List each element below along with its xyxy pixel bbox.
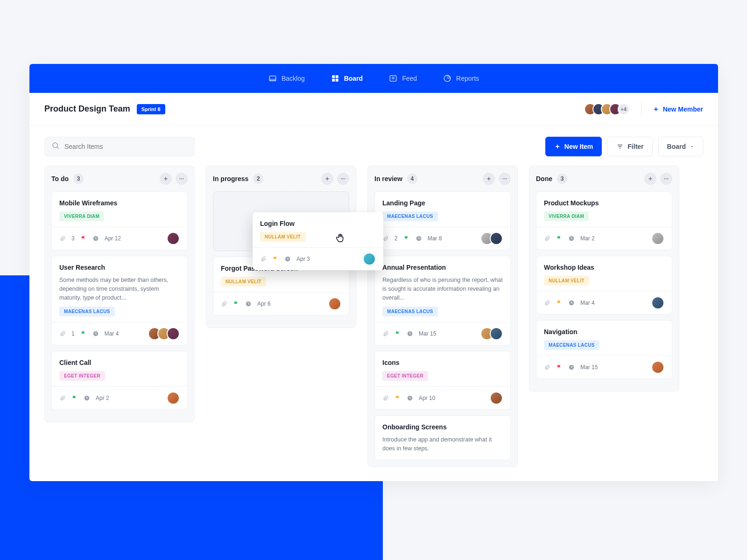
column-menu-button[interactable] (660, 173, 672, 185)
nav-backlog[interactable]: Backlog (268, 74, 305, 83)
nav-board[interactable]: Board (331, 74, 363, 83)
svg-point-30 (343, 178, 344, 179)
clock-icon (92, 330, 99, 337)
flag-icon (395, 395, 401, 401)
avatar[interactable] (651, 296, 664, 309)
card-onboarding[interactable]: Onboarding Screens Introduce the app and… (374, 415, 511, 460)
flag-icon (395, 330, 401, 337)
column-add-button[interactable] (644, 173, 656, 185)
attachment-icon (221, 301, 227, 307)
filter-button[interactable]: Filter (607, 137, 652, 156)
card-description: Some methods may be better than others, … (59, 276, 180, 302)
column-count: 3 (557, 174, 567, 184)
svg-point-36 (504, 178, 505, 179)
card-landing-page[interactable]: Landing Page MAECENAS LACUS 2 Mar 8 (374, 191, 511, 250)
column-count: 2 (253, 174, 263, 184)
sprint-badge[interactable]: Sprint 8 (137, 104, 165, 114)
svg-rect-2 (332, 75, 335, 78)
avatar[interactable] (167, 232, 180, 245)
column-in-review: In review 4 Landing Page MAECENAS LACUS … (367, 166, 518, 467)
card-tag: MAECENAS LACUS (382, 307, 438, 316)
attachment-icon (59, 330, 66, 337)
card-client-call[interactable]: Client Call EGET INTEGER Apr 2 (51, 351, 188, 410)
card-title: Login Flow (260, 220, 376, 227)
avatar[interactable] (328, 297, 341, 310)
svg-rect-4 (332, 79, 335, 82)
flag-icon (403, 235, 410, 242)
svg-point-35 (502, 178, 503, 179)
card-description: Introduce the app and demonstrate what i… (382, 435, 503, 453)
flag-icon (80, 235, 87, 242)
card-title: Annual Presentation (382, 264, 503, 271)
view-label: Board (667, 143, 686, 150)
avatar[interactable] (651, 232, 664, 245)
column-add-button[interactable] (483, 173, 495, 185)
svg-point-23 (183, 178, 183, 179)
backlog-icon (268, 74, 277, 83)
card-icons[interactable]: Icons EGET INTEGER Apr 10 (374, 351, 511, 410)
avatar[interactable] (363, 252, 376, 266)
view-dropdown[interactable]: Board (658, 137, 703, 156)
attachment-count: 1 (71, 330, 75, 337)
svg-rect-5 (335, 79, 338, 82)
card-workshop[interactable]: Workshop Ideas NULLAM VELIT Mar 4 (536, 256, 672, 315)
avatar[interactable] (490, 232, 503, 245)
card-date: Mar 4 (105, 330, 119, 337)
column-title: In review (374, 175, 402, 182)
clock-icon (92, 235, 99, 242)
card-date: Apr 3 (296, 256, 310, 262)
column-add-button[interactable] (321, 173, 333, 185)
nav-reports[interactable]: Reports (443, 74, 479, 83)
card-tag: VIVERRA DIAM (59, 211, 104, 221)
toolbar: New Item Filter Board (29, 126, 718, 166)
svg-rect-3 (335, 75, 338, 78)
flag-icon (556, 364, 563, 371)
attachment-icon (260, 256, 267, 262)
card-login-flow-dragging[interactable]: Login Flow NULLAM VELIT Apr 3 (253, 212, 383, 270)
avatar[interactable] (651, 361, 664, 374)
clock-icon (245, 301, 252, 307)
card-wireframes[interactable]: Mobile Wireframes VIVERRA DIAM 3 Apr 12 (51, 191, 188, 250)
column-title: In progress (213, 175, 248, 182)
search-box[interactable] (44, 137, 195, 156)
card-annual-presentation[interactable]: Annual Presentation Regardless of who is… (374, 256, 511, 345)
card-date: Mar 8 (428, 235, 442, 242)
svg-point-44 (666, 178, 667, 179)
column-title: To do (51, 175, 69, 182)
nav-feed[interactable]: Feed (389, 74, 417, 83)
card-date: Apr 10 (419, 395, 435, 401)
column-add-button[interactable] (160, 173, 172, 185)
attachment-icon (382, 330, 389, 337)
column-title: Done (536, 175, 552, 182)
new-member-button[interactable]: New Member (653, 105, 703, 113)
card-mockups[interactable]: Product Mockups VIVERRA DIAM Mar 2 (536, 191, 672, 250)
card-research[interactable]: User Research Some methods may be better… (51, 256, 188, 345)
search-input[interactable] (64, 143, 188, 150)
header-bar: Product Design Team Sprint 8 +4 New Memb… (29, 93, 718, 126)
svg-line-13 (57, 147, 58, 148)
avatar[interactable] (490, 327, 503, 340)
column-count: 4 (407, 174, 417, 184)
column-menu-button[interactable] (176, 173, 188, 185)
card-date: Apr 6 (257, 301, 271, 307)
member-avatars[interactable]: +4 (588, 103, 630, 115)
svg-point-21 (179, 178, 180, 179)
card-tag: NULLAM VELIT (544, 276, 589, 286)
card-tag: EGET INTEGER (382, 371, 428, 381)
column-menu-button[interactable] (337, 173, 349, 185)
avatar[interactable] (490, 392, 503, 405)
column-menu-button[interactable] (499, 173, 511, 185)
card-tag: MAECENAS LACUS (544, 340, 599, 350)
avatar-more[interactable]: +4 (618, 103, 630, 115)
card-title: Icons (382, 359, 503, 366)
clock-icon (568, 364, 575, 371)
avatar[interactable] (167, 327, 180, 340)
svg-rect-1 (269, 79, 276, 81)
card-navigation[interactable]: Navigation MAECENAS LACUS Mar 15 (536, 320, 672, 379)
new-item-button[interactable]: New Item (545, 137, 602, 156)
column-done: Done 3 Product Mockups VIVERRA DIAM Mar … (529, 166, 679, 392)
app-window: Backlog Board Feed Reports Product Desig… (29, 64, 718, 481)
avatar[interactable] (167, 392, 180, 405)
nav-label: Backlog (282, 75, 305, 82)
svg-point-43 (664, 178, 665, 179)
